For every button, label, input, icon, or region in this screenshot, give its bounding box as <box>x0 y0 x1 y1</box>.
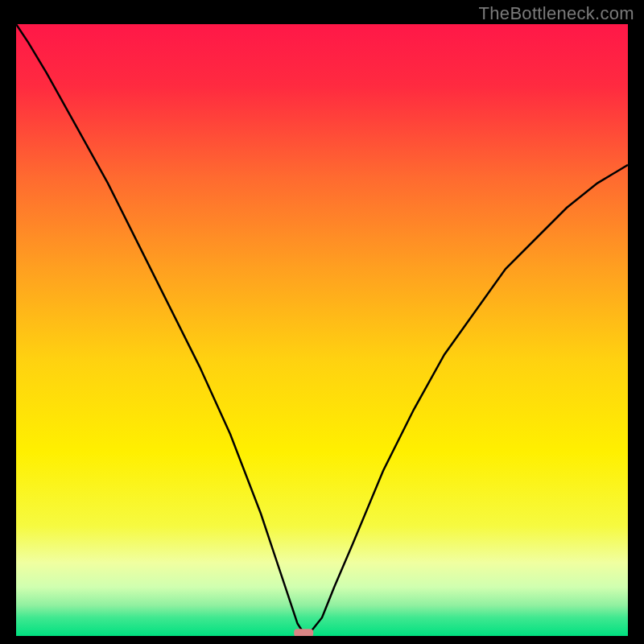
optimal-marker <box>294 629 313 636</box>
gradient-background <box>16 24 628 636</box>
bottleneck-chart <box>16 24 628 636</box>
chart-container <box>16 24 628 636</box>
attribution-label: TheBottleneck.com <box>479 3 634 24</box>
